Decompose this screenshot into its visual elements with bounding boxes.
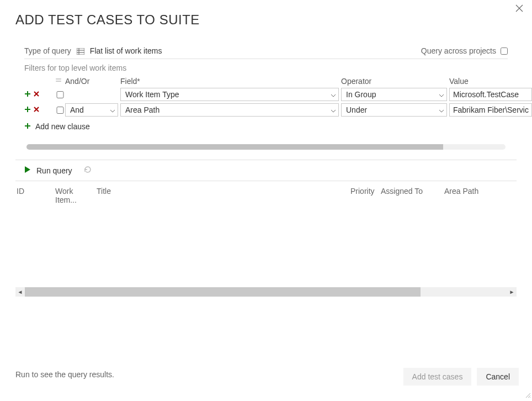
value-input[interactable]: Fabrikam Fiber\Servic <box>449 103 532 117</box>
operator-value: In Group <box>346 90 376 99</box>
field-value: Work Item Type <box>125 90 179 99</box>
col-assignedto[interactable]: Assigned To <box>381 187 444 204</box>
horizontal-scrollbar[interactable] <box>26 144 506 150</box>
results-scrollbar[interactable]: ◄ ► <box>15 287 517 297</box>
query-type-value[interactable]: Flat list of work items <box>90 46 162 55</box>
run-query-button[interactable]: Run query <box>36 166 72 175</box>
header-value: Value <box>449 77 532 86</box>
resize-grip-icon[interactable] <box>524 391 531 400</box>
cross-projects-label: Query across projects <box>421 46 496 55</box>
col-priority[interactable]: Priority <box>350 187 381 204</box>
chevron-down-icon <box>439 105 444 114</box>
svg-line-6 <box>526 393 530 398</box>
plus-icon <box>24 122 31 131</box>
run-query-toolbar: Run query <box>15 160 517 181</box>
field-dropdown[interactable]: Work Item Type <box>120 88 339 101</box>
chevron-down-icon <box>439 90 444 99</box>
add-clause-label: Add new clause <box>35 122 90 131</box>
svg-rect-0 <box>77 48 84 55</box>
svg-line-8 <box>530 397 530 398</box>
group-icon <box>55 77 65 86</box>
filters-header: And/Or Field* Operator Value <box>24 77 508 88</box>
col-title[interactable]: Title <box>97 187 350 204</box>
results-body <box>15 210 517 287</box>
chevron-down-icon <box>331 90 336 99</box>
scroll-thumb[interactable] <box>25 287 421 297</box>
col-workitem[interactable]: Work Item... <box>55 187 97 204</box>
refresh-icon[interactable] <box>83 166 92 175</box>
filter-row: And Area Path Under Fabrikam Fiber\Servi… <box>24 103 508 117</box>
insert-clause-icon[interactable] <box>24 105 31 114</box>
insert-clause-icon[interactable] <box>24 90 31 99</box>
field-dropdown[interactable]: Area Path <box>120 103 339 117</box>
value-input[interactable]: Microsoft.TestCase <box>449 88 532 101</box>
operator-dropdown[interactable]: In Group <box>341 88 447 101</box>
chevron-down-icon <box>110 105 115 114</box>
add-new-clause-button[interactable]: Add new clause <box>15 119 517 140</box>
cancel-button[interactable]: Cancel <box>477 368 519 386</box>
svg-rect-4 <box>56 78 61 80</box>
filter-row: Work Item Type In Group Microsoft.TestCa… <box>24 88 508 101</box>
row-checkbox[interactable] <box>55 91 65 98</box>
cross-projects-checkbox[interactable] <box>501 48 508 55</box>
query-type-row: Type of query Flat list of work items Qu… <box>15 43 517 59</box>
svg-rect-5 <box>56 81 61 82</box>
row-checkbox[interactable] <box>55 107 65 114</box>
play-icon[interactable] <box>24 166 31 175</box>
remove-clause-icon[interactable] <box>33 105 40 114</box>
field-value: Area Path <box>125 105 159 114</box>
header-andor: And/Or <box>65 77 120 86</box>
status-message: Run to see the query results. <box>15 370 114 379</box>
col-areapath[interactable]: Area Path <box>444 187 499 204</box>
add-test-cases-button[interactable]: Add test cases <box>403 368 472 386</box>
dialog-title: ADD TEST CASES TO SUITE <box>15 12 517 28</box>
header-operator: Operator <box>341 77 449 86</box>
results-header: ID Work Item... Title Priority Assigned … <box>15 181 517 210</box>
close-icon[interactable] <box>515 4 523 14</box>
header-field: Field* <box>120 77 341 86</box>
andor-value: And <box>70 105 84 114</box>
col-id[interactable]: ID <box>17 187 55 204</box>
operator-dropdown[interactable]: Under <box>341 103 447 117</box>
scroll-right-arrow[interactable]: ► <box>507 289 517 295</box>
andor-dropdown[interactable]: And <box>65 103 118 117</box>
filters-label: Filters for top level work items <box>15 59 517 77</box>
flat-list-icon[interactable] <box>77 48 84 54</box>
scroll-left-arrow[interactable]: ◄ <box>15 289 25 295</box>
operator-value: Under <box>346 105 367 114</box>
remove-clause-icon[interactable] <box>33 90 40 99</box>
query-type-label: Type of query <box>24 46 71 55</box>
chevron-down-icon <box>331 105 336 114</box>
